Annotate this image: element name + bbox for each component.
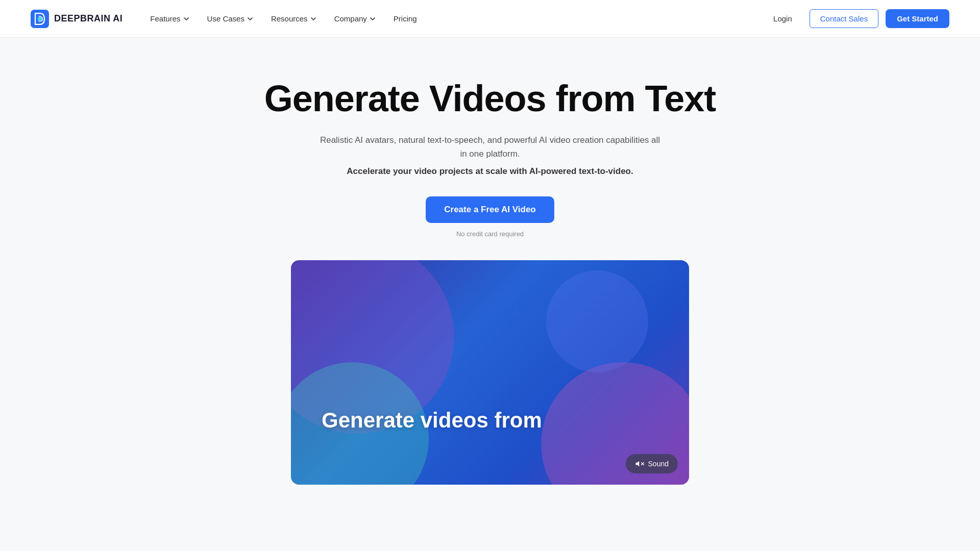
muted-speaker-icon	[635, 459, 644, 468]
sound-button[interactable]: Sound	[626, 454, 678, 473]
login-button[interactable]: Login	[763, 10, 802, 28]
chevron-down-icon	[310, 15, 317, 22]
chevron-down-icon	[183, 15, 190, 22]
brand-name: DEEPBRAIN AI	[54, 13, 122, 24]
contact-sales-button[interactable]: Contact Sales	[810, 9, 878, 28]
hero-subtitle-line2: Accelerate your video projects at scale …	[347, 164, 633, 178]
video-overlay-text: Generate videos from	[322, 408, 542, 433]
chevron-down-icon	[247, 15, 254, 22]
nav-features-label: Features	[150, 14, 180, 23]
video-preview: Generate videos from Sound	[291, 260, 689, 485]
nav-item-company[interactable]: Company	[327, 10, 383, 27]
get-started-button[interactable]: Get Started	[886, 9, 949, 28]
nav-item-pricing[interactable]: Pricing	[386, 10, 424, 27]
no-credit-text: No credit card required	[456, 230, 524, 238]
create-video-button[interactable]: Create a Free AI Video	[426, 196, 554, 223]
video-shape-blue	[546, 270, 648, 372]
nav-item-features[interactable]: Features	[143, 10, 197, 27]
nav-resources-label: Resources	[271, 14, 308, 23]
hero-subtitle-line1: Realistic AI avatars, natural text-to-sp…	[316, 133, 664, 161]
sound-button-label: Sound	[648, 460, 669, 468]
nav-company-label: Company	[334, 14, 367, 23]
navbar: DEEPBRAIN AI Features Use Cases	[0, 0, 980, 38]
navbar-left: DEEPBRAIN AI Features Use Cases	[31, 10, 424, 28]
nav-item-usecases[interactable]: Use Cases	[200, 10, 261, 27]
logo-link[interactable]: DEEPBRAIN AI	[31, 10, 122, 28]
hero-section: Generate Videos from Text Realistic AI a…	[0, 38, 980, 510]
hero-title: Generate Videos from Text	[264, 79, 716, 119]
nav-menu: Features Use Cases Resources	[143, 10, 424, 27]
logo-icon	[31, 10, 49, 28]
chevron-down-icon	[369, 15, 376, 22]
navbar-right: Login Contact Sales Get Started	[763, 9, 949, 28]
nav-usecases-label: Use Cases	[207, 14, 244, 23]
nav-item-resources[interactable]: Resources	[264, 10, 324, 27]
nav-pricing-label: Pricing	[394, 14, 417, 23]
